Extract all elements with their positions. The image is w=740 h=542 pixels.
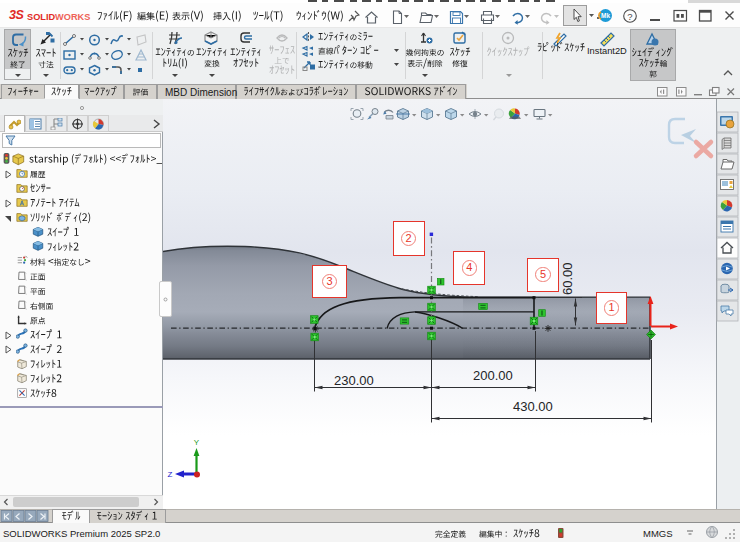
svg-text:Y: Y	[194, 438, 200, 447]
svg-text:?: ?	[627, 11, 632, 22]
svg-text:Z: Z	[168, 470, 173, 479]
